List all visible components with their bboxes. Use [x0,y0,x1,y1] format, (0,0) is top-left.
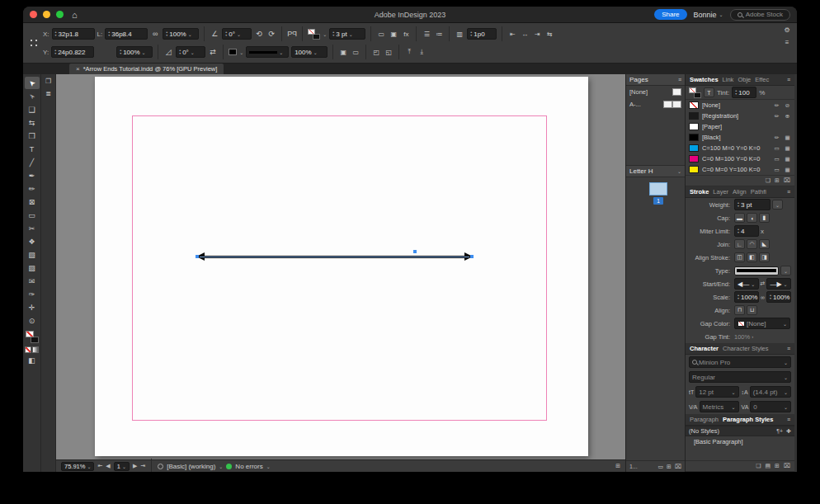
stepper[interactable]: ▴▾ [179,49,181,55]
pages-panel-icon[interactable]: ❐ [44,78,54,85]
font-style-select[interactable]: Regular⌄ [689,371,791,383]
previous-page-button[interactable]: ◀ [106,463,110,469]
panel-menu-icon[interactable]: ≡ [782,39,792,46]
close-tab-icon[interactable]: × [76,65,80,73]
rotation-input[interactable]: ▴▾0°⌄ [222,28,252,40]
end-scale-input[interactable]: ▴▾100% [766,291,791,303]
preflight-status[interactable]: No errors [235,463,262,470]
apply-none-button[interactable] [25,346,31,353]
x-input[interactable]: ▴▾32p1.8 [52,28,95,40]
fill-swatch[interactable] [26,331,34,337]
stepper[interactable]: ▴▾ [55,31,57,37]
close-window-button[interactable] [30,11,37,18]
selection-tool[interactable]: ➤ [25,77,40,89]
stepper[interactable]: ▴▾ [735,89,737,96]
align-arrow-tip-button[interactable]: ⊓ [734,305,745,315]
delete-page-icon[interactable]: ⌧ [675,464,681,470]
tracking-input[interactable]: 0⌄ [750,401,791,412]
effects-icon[interactable]: fx [401,31,411,38]
fill-stroke-proxy[interactable] [26,331,39,343]
pen-tool[interactable]: ✒ [25,169,40,181]
flip-horizontal-icon[interactable]: PP [287,30,297,38]
tab-pathfinder[interactable]: Pathfi [751,188,766,195]
swatch-row-none[interactable]: [None] ✏ ⊘ [686,100,794,111]
panel-menu-icon[interactable]: ≡ [787,346,790,351]
left-anchor-handle[interactable] [196,255,199,258]
page-1-thumbnail[interactable] [649,182,667,195]
grid-icon[interactable]: ⊞ [615,463,620,469]
stepper[interactable]: ▴▾ [738,228,739,234]
stroke-type-select[interactable] [734,266,779,276]
start-arrowhead-select[interactable]: ◀—⌄ [734,278,759,290]
stepper[interactable]: ▴▾ [120,49,121,55]
swatch-row-yellow[interactable]: C=0 M=0 Y=100 K=0 ▭ ▦ [686,164,794,175]
next-page-button[interactable]: ▶ [133,463,137,469]
screen-mode-button[interactable]: ◧ [25,354,40,366]
bullet-list-icon[interactable]: ☰ [422,31,431,38]
stepper[interactable]: ▴▾ [770,294,771,300]
stroke-swatch[interactable] [694,92,701,98]
rectangle-frame-tool[interactable]: ⊠ [25,195,40,208]
shear-input[interactable]: ▴▾0°⌄ [176,46,205,58]
align-top-icon[interactable]: ⤒ [404,48,414,56]
scale-y-input[interactable]: ▴▾100%⌄ [116,46,153,58]
pencil-tool[interactable]: ✏ [25,182,40,195]
stepper[interactable]: ▴▾ [108,31,110,37]
last-page-button[interactable]: ⇥ [140,463,145,469]
adobe-stock-search[interactable]: Adobe Stock [730,9,790,21]
page-size-header[interactable]: Letter H ⌄ [626,166,685,177]
new-style-icon[interactable]: ¶+ [776,428,783,434]
note-tool[interactable]: ✉ [25,275,40,287]
align-stroke-center-button[interactable]: ◫ [734,252,745,262]
chevron-down-icon[interactable]: ⌄ [219,464,223,469]
direct-selection-tool[interactable]: ➢ [25,90,40,102]
new-style-icon[interactable]: ⊞ [775,463,780,469]
tab-effects[interactable]: Effec [755,76,769,83]
align-arrow-end-button[interactable]: ⊔ [747,305,757,315]
wrap-bounding-box-icon[interactable]: ◱ [384,49,394,56]
canvas[interactable]: 75.91%⌄ ⇤ ◀ 1⌄ ▶ ⇥ [Basic] (working) ⌄ N… [56,74,625,472]
hand-tool[interactable]: ✛ [25,301,40,313]
fill-swatch[interactable] [308,29,315,35]
stepper[interactable]: ▴▾ [166,31,167,37]
tab-object-styles[interactable]: Obje [738,76,751,83]
rotate-cw-icon[interactable]: ⟳ [266,30,276,38]
content-collector-tool[interactable]: ❒ [25,130,40,142]
gear-icon[interactable]: ⚙ [782,26,792,34]
home-icon[interactable]: ⌂ [72,10,78,20]
first-page-button[interactable]: ⇤ [97,463,102,469]
stepper[interactable]: ▴▾ [332,31,334,37]
stepper[interactable]: ▴▾ [738,294,739,300]
panel-menu-icon[interactable]: ≡ [787,189,790,195]
fill-stroke-proxy[interactable] [308,29,320,40]
columns-icon[interactable]: ▥ [455,31,464,38]
kerning-input[interactable]: Metrics⌄ [700,401,739,412]
page-number-select[interactable]: 1⌄ [114,462,130,471]
text-color-button[interactable]: T [704,87,714,97]
tab-stroke[interactable]: Stroke [690,188,709,195]
scissors-tool[interactable]: ✂ [25,222,40,234]
swatch-row-magenta[interactable]: C=0 M=100 Y=0 K=0 ▭ ▦ [686,153,794,164]
free-transform-tool[interactable]: ❖ [25,235,40,247]
corner-options-icon[interactable]: ▭ [376,31,386,38]
miter-join-button[interactable]: ∟ [734,239,745,249]
add-icon[interactable]: ✚ [786,428,791,435]
style-list-item[interactable]: [Basic Paragraph] [686,436,794,447]
swap-arrowheads-icon[interactable]: ⇄ [761,280,766,287]
tab-align[interactable]: Align [733,188,747,195]
anchor-handle[interactable] [413,250,417,253]
align-left-icon[interactable]: ⇤ [507,31,517,38]
chevron-down-icon[interactable]: ⌄ [239,49,243,55]
tab-paragraph-styles[interactable]: Paragraph Styles [723,416,773,423]
right-anchor-handle[interactable] [470,255,474,258]
distribute-icon[interactable]: ⇆ [544,31,554,38]
stepper[interactable]: ▴▾ [54,49,56,55]
link-scale-icon[interactable]: ∞ [761,294,765,300]
tab-swatches[interactable]: Swatches [690,76,719,83]
rectangle-tool[interactable]: ▭ [25,209,40,221]
stroke-weight-input[interactable]: ▴▾3 pt [734,199,771,210]
gutter-input[interactable]: ▴▾1p0 [467,28,497,40]
delete-swatch-icon[interactable]: ⌧ [784,177,790,184]
numbered-list-icon[interactable]: ≔ [434,31,444,38]
drop-shadow-icon[interactable]: ▭ [351,49,361,56]
